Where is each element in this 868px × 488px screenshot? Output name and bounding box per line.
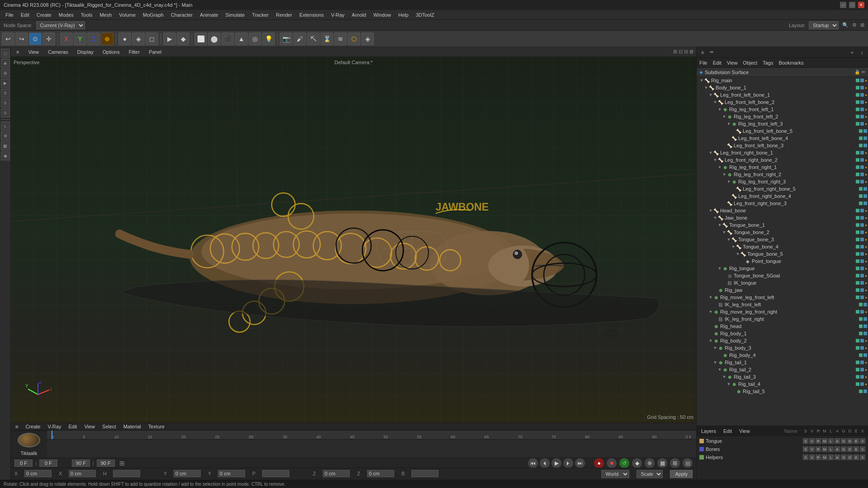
play-btn[interactable]: ▶	[552, 458, 561, 468]
tl-select-btn[interactable]: Select	[100, 424, 118, 429]
h-input[interactable]	[113, 470, 140, 477]
tab-edit[interactable]: Edit	[710, 60, 724, 66]
key-btn[interactable]: ◆	[632, 458, 642, 468]
left-tool-8[interactable]: L	[1, 122, 10, 131]
vp-options-btn[interactable]: Options	[100, 49, 123, 55]
end-frame-input[interactable]	[72, 460, 90, 467]
close-button[interactable]: ✕	[858, 2, 864, 8]
hair-tool[interactable]: ≋	[334, 33, 347, 45]
menu-item-volume[interactable]: Volume	[115, 11, 139, 19]
tree-row-tongue-goal[interactable]: ◎ Tongue_bone_5Goal ●	[697, 272, 868, 279]
loop-btn[interactable]: ↺	[619, 458, 629, 468]
cube-tool[interactable]: ⬜	[194, 33, 207, 45]
vp-filter-btn[interactable]: Filter	[126, 49, 142, 55]
playhead[interactable]	[52, 431, 52, 439]
point-mode[interactable]: ●	[118, 33, 131, 45]
menu-item-tracker[interactable]: Tracker	[248, 11, 272, 19]
display-tool[interactable]: ⬡	[348, 33, 360, 45]
menu-item-arnold[interactable]: Arnold	[348, 11, 370, 19]
prev-frame-btn[interactable]: ⏴	[540, 458, 550, 468]
timeline-content[interactable]	[47, 440, 696, 458]
tree-row-ik-leg-fl[interactable]: ⛓ IK_leg_front_left	[697, 301, 868, 308]
record-btn[interactable]: ●	[594, 458, 604, 468]
timeline-btn[interactable]: ⊞	[670, 458, 680, 468]
tree-row-rig-tail-2[interactable]: ▼ ⊕ Rig_tail_2 ●	[697, 366, 868, 373]
tree-row-rig-leg-fl-3[interactable]: ▼ ⊕ Rig_leg_front_left_3 ●	[697, 120, 868, 127]
viewport[interactable]: BRIK JAWBONE X Y	[11, 57, 696, 422]
layout-select[interactable]: Startup	[809, 21, 839, 29]
p-input[interactable]	[262, 470, 289, 477]
world-dropdown[interactable]: World Local Object	[601, 470, 629, 478]
tree-row-leg-fr-b3[interactable]: 🦴 Leg_front_right_bone_3	[697, 200, 868, 207]
tl-material-btn[interactable]: Material	[122, 424, 143, 429]
edge-mode[interactable]: ◈	[132, 33, 145, 45]
tree-row-body-bone-1[interactable]: ▼ 🦴 Body_bone_1 ●	[697, 84, 868, 91]
tl-vray-btn[interactable]: V-Ray	[46, 424, 63, 429]
tab-view[interactable]: View	[724, 60, 741, 66]
layer-row-helpers[interactable]: Helpers S V R M L A G D E X	[698, 453, 867, 461]
left-tool-11[interactable]: ◉	[1, 151, 10, 160]
tl-create-btn[interactable]: Create	[24, 424, 42, 429]
window-controls[interactable]: ─ □ ✕	[840, 2, 864, 8]
tree-row-rig-tongue[interactable]: ▼ ⊕ Rig_tongue ●	[697, 265, 868, 272]
tree-row-rig-move-fl[interactable]: ▼ ⊕ Rig_move_leg_front_left ●	[697, 294, 868, 301]
menu-item-window[interactable]: Window	[370, 11, 395, 19]
tree-row-leg-fl-b4[interactable]: 🦴 Leg_front_left_bone_4	[697, 135, 868, 142]
tree-row-ik-tongue[interactable]: ⛓ IK_tongue ●	[697, 279, 868, 286]
sculpt-tool[interactable]: ⛏	[307, 33, 320, 45]
tree-row-leg-fr-1[interactable]: ▼ 🦴 Leg_front_right_bone_1 ●	[697, 149, 868, 156]
y2-input[interactable]	[218, 470, 245, 477]
tree-row-tongue-4[interactable]: ▼ 🦴 Tongue_bone_4 ●	[697, 243, 868, 250]
tree-row-rig-leg-fr-2[interactable]: ▼ ⊕ Rig_leg_front_right_2 ●	[697, 171, 868, 178]
rotate-x[interactable]: X	[60, 33, 73, 45]
tree-row-rig-tail-3[interactable]: ▼ ⊕ Rig_tail_3 ●	[697, 373, 868, 380]
cylinder-tool[interactable]: ⬛	[222, 33, 234, 45]
menu-item-create[interactable]: Create	[33, 11, 55, 19]
tree-row-rig-body-4[interactable]: ⊕ Rig_body_4	[697, 352, 868, 359]
end-frame-input2[interactable]	[97, 460, 115, 467]
move-button[interactable]: ✛	[42, 33, 55, 45]
left-tool-6[interactable]: S	[1, 99, 10, 108]
tab-tags[interactable]: Tags	[760, 60, 776, 66]
rotate-y[interactable]: Y	[74, 33, 86, 45]
vp-panel-btn[interactable]: Panel	[146, 49, 164, 55]
menu-item-render[interactable]: Render	[272, 11, 296, 19]
tree-row-rig-body-3[interactable]: ▼ ⊕ Rig_body_3 ●	[697, 344, 868, 352]
rotate-z[interactable]: Z	[87, 33, 100, 45]
redo-button[interactable]: ↪	[15, 33, 28, 45]
tree-row-tongue-2[interactable]: ▼ 🦴 Tongue_bone_2 ●	[697, 229, 868, 236]
left-tool-3[interactable]: ⊞	[1, 69, 10, 78]
vp-view-btn[interactable]: View	[25, 49, 42, 55]
play-forward[interactable]: ▶	[163, 33, 176, 45]
layers-tab-view[interactable]: View	[737, 428, 752, 434]
rp-add-icon[interactable]: +	[848, 48, 856, 56]
menu-item-animate[interactable]: Animate	[196, 11, 222, 19]
tree-row-rig-tail-4[interactable]: ▼ ⊕ Rig_tail_4 ●	[697, 380, 868, 388]
menu-item-modes[interactable]: Modes	[55, 11, 77, 19]
layer-row-bones[interactable]: Bones S V R M L A G D E X	[698, 445, 867, 453]
tree-row-leg-fr-b4[interactable]: 🦴 Leg_front_right_bone_4	[697, 192, 868, 200]
light-tool[interactable]: 💡	[262, 33, 275, 45]
vp-menu-icon[interactable]: ≡	[14, 49, 22, 55]
tree-row-rig-main[interactable]: ▼ 🦴 Rig_main ●	[697, 77, 868, 84]
tree-row-rig-tail-1[interactable]: ▼ ⊕ Rig_tail_1 ●	[697, 359, 868, 366]
deform-tool[interactable]: ⌛	[321, 33, 333, 45]
x-input[interactable]	[24, 470, 52, 477]
rp-icon-2[interactable]: ✏	[708, 48, 716, 56]
tree-row-rig-leg-fr-1[interactable]: ▼ ⊕ Rig_leg_front_right_1 ●	[697, 164, 868, 171]
select-button[interactable]: ⊙	[29, 33, 42, 45]
render-view[interactable]: ◈	[361, 33, 374, 45]
vp-cameras-btn[interactable]: Cameras	[45, 49, 71, 55]
tab-file[interactable]: File	[697, 60, 710, 66]
left-tool-5[interactable]: S	[1, 89, 10, 98]
go-end-btn[interactable]: ⏭	[575, 458, 585, 468]
layer-row-tongue[interactable]: Tongue S V R M L A G D E X	[698, 437, 867, 445]
key-frame[interactable]: ◆	[177, 33, 189, 45]
object-tree[interactable]: ▼ 🦴 Rig_main ● ▼ 🦴 Body_bone_1 ●	[697, 77, 868, 426]
rp-sort-icon[interactable]: ↕	[858, 48, 866, 56]
tab-object[interactable]: Object	[740, 60, 760, 66]
menu-item-v-ray[interactable]: V-Ray	[327, 11, 348, 19]
vp-display-btn[interactable]: Display	[75, 49, 96, 55]
tree-row-rig-leg-fl-1[interactable]: ▼ ⊕ Rig_leg_front_left_1 ●	[697, 106, 868, 113]
tree-row-rig-body-2[interactable]: ▼ ⊕ Rig_body_2 ●	[697, 337, 868, 344]
